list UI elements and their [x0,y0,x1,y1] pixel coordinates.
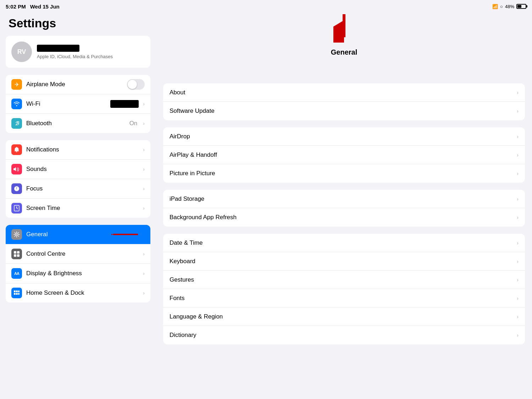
svg-rect-7 [14,254,16,257]
bluetooth-chevron: › [143,121,145,126]
dictionary-label: Dictionary [170,332,517,339]
profile-name-redacted [37,45,79,52]
panel-item-airplay-handoff[interactable]: AirPlay & Handoff › [163,146,525,164]
wifi-chevron: › [143,101,145,107]
svg-rect-11 [18,290,20,292]
sidebar-item-focus[interactable]: Focus › [6,179,150,199]
background-app-refresh-label: Background App Refresh [170,214,517,221]
panel-item-gestures[interactable]: Gestures › [163,271,525,289]
settings-group-system: Notifications › Sounds › [6,140,150,218]
airplane-mode-toggle[interactable] [127,79,145,90]
about-chevron: › [517,90,519,95]
panel-item-ipad-storage[interactable]: iPad Storage › [163,190,525,208]
sidebar-item-airplane-mode[interactable]: ✈ Airplane Mode [6,75,150,94]
language-region-chevron: › [517,314,519,320]
panel-title: General [331,48,357,56]
picture-in-picture-label: Picture in Picture [170,170,517,177]
wifi-icon: 📶 [492,4,498,9]
background-app-refresh-chevron: › [517,215,519,220]
sidebar-item-home-screen-dock[interactable]: Home Screen & Dock › [6,283,150,303]
screen-time-label: Screen Time [26,205,139,212]
home-screen-icon [11,288,22,298]
sidebar-item-screen-time[interactable]: Screen Time › [6,199,150,218]
gestures-chevron: › [517,277,519,283]
panel-item-software-update[interactable]: Software Update › [163,102,525,120]
panel-group-sharing: AirDrop › AirPlay & Handoff › Picture in… [163,127,525,183]
panel-item-date-time[interactable]: Date & Time › [163,234,525,252]
sidebar-item-display-brightness[interactable]: AA Display & Brightness › [6,264,150,283]
airplane-mode-label: Airplane Mode [26,81,123,88]
svg-rect-9 [14,290,16,292]
panel-item-fonts[interactable]: Fonts › [163,289,525,307]
notifications-chevron: › [143,147,145,153]
fonts-chevron: › [517,295,519,301]
screen-time-icon [11,203,22,214]
date-time-chevron: › [517,240,519,246]
profile-card[interactable]: RV Apple ID, iCloud, Media & Purchases [6,36,150,68]
panel-header: General [156,43,532,62]
svg-rect-10 [16,290,18,292]
panel-item-background-app-refresh[interactable]: Background App Refresh › [163,208,525,227]
sidebar-title: Settings [6,13,150,36]
dictionary-chevron: › [517,332,519,338]
home-screen-dock-chevron: › [143,290,145,296]
software-update-label: Software Update [170,107,517,115]
sidebar-item-sounds[interactable]: Sounds › [6,160,150,179]
control-centre-icon [11,249,22,259]
panel-item-dictionary[interactable]: Dictionary › [163,326,525,344]
avatar: RV [11,41,32,62]
svg-rect-8 [17,254,20,257]
bluetooth-icon: ℬ [11,118,22,129]
panel-item-language-region[interactable]: Language & Region › [163,307,525,326]
panel-item-keyboard[interactable]: Keyboard › [163,252,525,271]
sidebar-item-general[interactable]: General [6,225,150,244]
software-update-chevron: › [517,108,519,114]
bluetooth-label: Bluetooth [26,120,125,127]
picture-in-picture-chevron: › [517,171,519,176]
wifi-value-redacted [110,100,139,108]
panel-item-about[interactable]: About › [163,83,525,102]
settings-group-connectivity: ✈ Airplane Mode Wi-Fi › [6,75,150,133]
sounds-chevron: › [143,166,145,172]
down-arrow-annotation [333,14,355,43]
location-icon: ○ [500,4,503,9]
sidebar-item-notifications[interactable]: Notifications › [6,140,150,160]
sidebar-item-wifi[interactable]: Wi-Fi › [6,94,150,114]
notifications-label: Notifications [26,146,139,153]
panel-group-system-settings: Date & Time › Keyboard › Gestures › Font… [163,234,525,344]
svg-rect-14 [18,293,20,295]
ipad-storage-chevron: › [517,196,519,202]
battery-indicator [516,4,526,9]
control-centre-chevron: › [143,251,145,257]
display-brightness-chevron: › [143,271,145,276]
svg-point-1 [16,234,17,235]
display-brightness-icon: AA [11,268,22,279]
wifi-label: Wi-Fi [26,100,106,107]
sounds-label: Sounds [26,166,139,173]
sidebar-item-control-centre[interactable]: Control Centre › [6,244,150,264]
sidebar-item-bluetooth[interactable]: ℬ Bluetooth On › [6,114,150,133]
panel-item-picture-in-picture[interactable]: Picture in Picture › [163,164,525,183]
profile-subtitle: Apple ID, iCloud, Media & Purchases [37,54,145,59]
status-icons: 📶 ○ 48% [492,4,526,9]
focus-label: Focus [26,185,139,192]
svg-rect-6 [17,251,20,254]
general-icon [11,229,22,240]
bluetooth-value: On [129,120,138,127]
control-centre-label: Control Centre [26,250,139,257]
screen-time-chevron: › [143,205,145,211]
profile-info: Apple ID, iCloud, Media & Purchases [37,45,145,59]
right-panel: General About › Software Update › AirDro… [156,13,532,399]
airdrop-label: AirDrop [170,133,517,140]
panel-item-airdrop[interactable]: AirDrop › [163,127,525,146]
airplay-handoff-label: AirPlay & Handoff [170,151,517,159]
home-screen-dock-label: Home Screen & Dock [26,289,139,297]
sidebar: Settings RV Apple ID, iCloud, Media & Pu… [0,13,156,399]
panel-content: About › Software Update › AirDrop › AirP… [156,83,532,359]
keyboard-chevron: › [517,259,519,264]
general-arrow-annotation [111,229,140,240]
gestures-label: Gestures [170,276,517,283]
language-region-label: Language & Region [170,313,517,320]
display-brightness-label: Display & Brightness [26,270,139,277]
wifi-settings-icon [11,99,22,109]
